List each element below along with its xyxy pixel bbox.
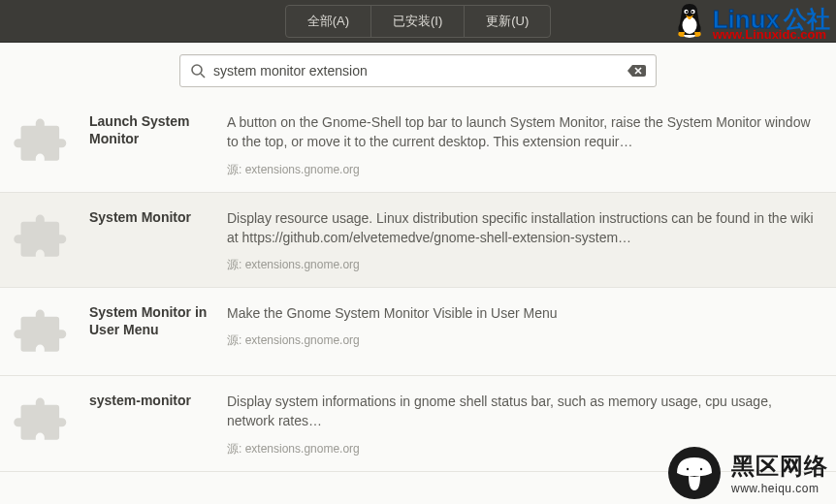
result-name: System Monitor [89, 208, 217, 226]
result-name: Launch System Monitor [89, 112, 217, 147]
result-title-col: System Monitor [89, 208, 227, 274]
tab-updates[interactable]: 更新(U) [464, 5, 551, 38]
result-title-col: system-monitor [89, 392, 227, 457]
tab-installed[interactable]: 已安装(I) [370, 5, 465, 38]
result-title-col: System Monitor in User Menu [89, 303, 227, 362]
view-tabs: 全部(A) 已安装(I) 更新(U) [285, 5, 552, 38]
extension-icon [14, 394, 70, 450]
extension-icon [14, 114, 70, 171]
result-title-col: Launch System Monitor [89, 112, 227, 178]
result-item[interactable]: Launch System Monitor A button on the Gn… [0, 97, 836, 193]
result-desc-col: Display resource usage. Linux distributi… [227, 208, 822, 274]
clear-search-icon[interactable] [627, 63, 646, 79]
header-bar: 全部(A) 已安装(I) 更新(U) [0, 0, 836, 43]
result-description: Make the Gnome System Monitor Visible in… [227, 303, 817, 323]
result-desc-col: Display system informations in gnome she… [227, 392, 822, 457]
tab-all[interactable]: 全部(A) [285, 5, 371, 38]
result-description: Display system informations in gnome she… [227, 392, 817, 431]
result-item[interactable]: System Monitor Display resource usage. L… [0, 193, 836, 289]
results-list: Launch System Monitor A button on the Gn… [0, 97, 836, 472]
result-description: A button on the Gnome-Shell top bar to l… [227, 112, 817, 152]
result-desc-col: A button on the Gnome-Shell top bar to l… [227, 112, 822, 178]
result-desc-col: Make the Gnome System Monitor Visible in… [227, 303, 822, 362]
result-name: system-monitor [89, 392, 217, 409]
result-description: Display resource usage. Linux distributi… [227, 208, 817, 248]
result-item[interactable]: system-monitor Display system informatio… [0, 376, 836, 472]
extension-icon [14, 210, 70, 267]
svg-point-0 [192, 65, 202, 75]
result-item[interactable]: System Monitor in User Menu Make the Gno… [0, 288, 836, 376]
search-box[interactable] [179, 54, 657, 87]
search-input[interactable] [213, 63, 627, 79]
extension-icon [14, 305, 70, 362]
search-row [0, 43, 836, 97]
search-icon [190, 63, 206, 79]
watermark-bottom-url: www.heiqu.com [731, 482, 828, 495]
result-source: 源: extensions.gnome.org [227, 441, 817, 457]
svg-line-1 [201, 74, 205, 78]
result-source: 源: extensions.gnome.org [227, 257, 817, 273]
result-name: System Monitor in User Menu [89, 303, 217, 338]
result-source: 源: extensions.gnome.org [227, 332, 817, 349]
result-source: 源: extensions.gnome.org [227, 162, 817, 178]
